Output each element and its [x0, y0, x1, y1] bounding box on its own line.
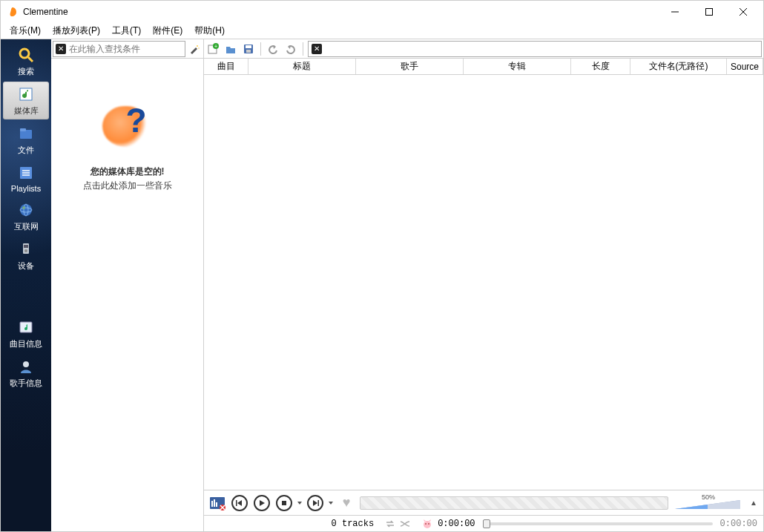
person-icon: [16, 357, 36, 376]
expand-icon[interactable]: ▲: [748, 498, 759, 508]
svg-rect-39: [318, 500, 320, 506]
sidebar-item-label: Playlists: [11, 184, 41, 193]
svg-point-23: [198, 47, 200, 49]
svg-rect-32: [214, 499, 215, 507]
svg-point-41: [425, 523, 427, 525]
main-area: 搜索 媒体库 文件 Playlists 互联网 设备: [1, 39, 763, 531]
menu-tools[interactable]: 工具(T): [106, 23, 147, 39]
svg-point-40: [424, 521, 431, 528]
sidebar-item-label: 文件: [18, 145, 34, 156]
redo-button[interactable]: [283, 42, 298, 56]
visualization-button[interactable]: [208, 494, 226, 512]
device-icon: [16, 240, 36, 259]
svg-rect-8: [20, 128, 26, 131]
titlebar: Clementine: [1, 1, 763, 23]
sidebar-item-internet[interactable]: 互联网: [3, 197, 49, 235]
empty-library-title: 您的媒体库是空的!: [90, 165, 165, 178]
svg-point-4: [20, 49, 29, 58]
svg-rect-29: [246, 50, 251, 53]
sidebar-item-label: 搜索: [18, 66, 34, 77]
sidebar-item-files[interactable]: 文件: [3, 121, 49, 159]
sidebar-item-label: 曲目信息: [10, 338, 42, 349]
col-source[interactable]: Source: [727, 59, 763, 74]
sidebar-item-library[interactable]: 媒体库: [3, 82, 49, 119]
previous-button[interactable]: [231, 494, 248, 512]
menu-music[interactable]: 音乐(M): [4, 23, 47, 39]
svg-point-21: [23, 361, 29, 367]
col-artist[interactable]: 歌手: [356, 59, 464, 74]
library-search-input[interactable]: [69, 44, 182, 54]
sidebar-item-search[interactable]: 搜索: [3, 42, 49, 80]
shuffle-button[interactable]: [398, 517, 412, 531]
track-count: 0 tracks: [332, 519, 375, 529]
col-track[interactable]: 曲目: [204, 59, 248, 74]
new-playlist-button[interactable]: +: [205, 42, 220, 56]
volume-control[interactable]: 50%: [673, 496, 744, 510]
undo-button[interactable]: [266, 42, 280, 56]
sidebar-item-songinfo[interactable]: 曲目信息: [3, 315, 49, 352]
sidebar-item-playlists[interactable]: Playlists: [3, 160, 49, 196]
stop-button[interactable]: [275, 494, 293, 512]
app-window: Clementine 音乐(M) 播放列表(P) 工具(T) 附件(E) 帮助(…: [0, 0, 764, 532]
songinfo-icon: [16, 318, 36, 337]
library-panel: ✕ ? 您的媒体库是空的! 点击此处添加一些音乐: [51, 39, 204, 531]
menu-playlist[interactable]: 播放列表(P): [47, 23, 106, 39]
save-playlist-button[interactable]: [241, 42, 256, 56]
app-title: Clementine: [23, 7, 68, 17]
sidebar-item-artistinfo[interactable]: 歌手信息: [3, 354, 49, 392]
clear-icon[interactable]: ✕: [56, 44, 66, 54]
open-playlist-button[interactable]: [223, 42, 238, 56]
library-search-row: ✕: [51, 39, 203, 59]
col-album[interactable]: 专辑: [464, 59, 571, 74]
love-button[interactable]: ♥: [337, 494, 355, 512]
next-button[interactable]: [306, 494, 324, 512]
svg-point-18: [24, 249, 27, 252]
menu-help[interactable]: 帮助(H): [188, 23, 231, 39]
empty-library-icon: ?: [98, 96, 157, 155]
player-controls: ♥ 50% ▲: [204, 490, 763, 515]
elapsed-time: 0:00:00: [438, 519, 475, 529]
minimize-button[interactable]: [658, 1, 692, 23]
close-button[interactable]: [726, 1, 760, 23]
col-title[interactable]: 标题: [248, 59, 356, 74]
statusbar: 0 tracks 0:00:00 0:00:00: [204, 515, 763, 531]
kitty-icon: [421, 518, 433, 530]
play-button[interactable]: [253, 494, 271, 512]
sidebar-item-devices[interactable]: 设备: [3, 237, 49, 275]
svg-rect-19: [24, 245, 28, 248]
chevron-down-icon: [329, 497, 333, 509]
clementine-icon: [7, 6, 19, 18]
library-search-box[interactable]: ✕: [53, 41, 185, 57]
filter-options-button[interactable]: [187, 42, 202, 56]
col-length[interactable]: 长度: [571, 59, 630, 74]
library-empty-state[interactable]: ? 您的媒体库是空的! 点击此处添加一些音乐: [51, 59, 203, 531]
menubar: 音乐(M) 播放列表(P) 工具(T) 附件(E) 帮助(H): [1, 23, 763, 39]
svg-point-42: [428, 523, 429, 525]
col-filename[interactable]: 文件名(无路径): [630, 59, 727, 74]
sidebar-item-label: 互联网: [14, 221, 39, 232]
playlist-toolbar: + ✕: [204, 39, 763, 59]
playlist-tab-bar[interactable]: ✕: [308, 41, 762, 57]
svg-rect-1: [706, 9, 713, 16]
menu-extras[interactable]: 附件(E): [147, 23, 188, 39]
sidebar-item-label: 设备: [18, 260, 34, 272]
progress-bar[interactable]: [360, 496, 668, 510]
chevron-down-icon: [297, 497, 302, 509]
total-time: 0:00:00: [720, 519, 757, 529]
svg-rect-33: [216, 502, 217, 507]
maximize-button[interactable]: [692, 1, 726, 23]
playlist-icon: [16, 163, 36, 183]
svg-rect-28: [246, 45, 251, 48]
sidebar-item-label: 媒体库: [14, 105, 39, 116]
seek-slider[interactable]: [483, 522, 713, 525]
empty-library-subtitle: 点击此处添加一些音乐: [83, 180, 172, 192]
library-icon: [16, 85, 36, 104]
playlist-column-header: 曲目 标题 歌手 专辑 长度 文件名(无路径) Source: [204, 59, 763, 75]
svg-rect-38: [282, 501, 286, 505]
sidebar: 搜索 媒体库 文件 Playlists 互联网 设备: [1, 39, 51, 531]
repeat-button[interactable]: [383, 517, 398, 531]
svg-point-13: [20, 204, 32, 216]
svg-rect-31: [211, 501, 213, 507]
playlist-body[interactable]: [204, 75, 763, 490]
close-tab-icon[interactable]: ✕: [312, 44, 322, 54]
